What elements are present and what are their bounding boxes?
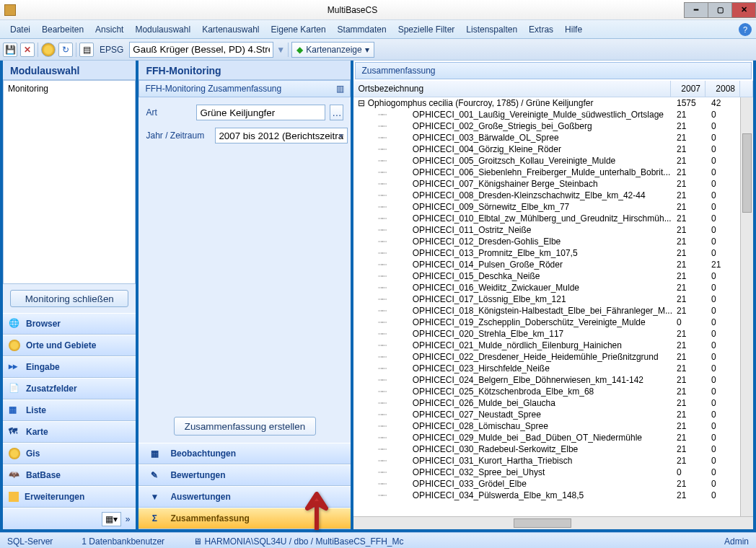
nav-browser[interactable]: 🌐Browser — [3, 313, 136, 335]
jahr-select[interactable] — [215, 128, 348, 143]
panel-menu-icon[interactable]: ▥ — [336, 84, 344, 94]
col-ortsbezeichnung[interactable]: Ortsbezeichnung — [353, 81, 671, 97]
table-row[interactable]: OPHICECI_029_Mulde_bei _Bad_Düben_OT_Nie… — [353, 432, 753, 443]
table-row[interactable]: OPHICECI_021_Mulde_nördlich_Eilenburg_Ha… — [353, 340, 753, 351]
menu-ansicht[interactable]: Ansicht — [89, 22, 129, 37]
table-row[interactable]: OPHICECI_009_Sörnewitz_Elbe_km_77210 — [353, 201, 753, 213]
table-row[interactable]: OPHICECI_019_Zschepplin_Doberschütz_Vere… — [353, 317, 753, 328]
menu-kartenauswahl[interactable]: Kartenauswahl — [196, 22, 265, 37]
close-monitoring-button[interactable]: Monitoring schließen — [10, 290, 128, 307]
tab-beobachtungen[interactable]: ▦Beobachtungen — [139, 443, 351, 464]
nav-eingabe[interactable]: ▸▸Eingabe — [3, 356, 136, 378]
table-row[interactable]: OPHICECI_017_Lössnig_Elbe_km_121210 — [353, 293, 753, 305]
ext-icon — [9, 492, 19, 502]
table-row[interactable]: OPHICECI_006_Siebenlehn_Freiberger_Mulde… — [353, 167, 753, 178]
projection-select[interactable] — [129, 42, 273, 58]
funnel-icon: ▼ — [149, 492, 160, 502]
table-row[interactable]: OPHICECI_020_Strehla_Elbe_km_117210 — [353, 328, 753, 340]
save-icon[interactable]: 💾 — [3, 43, 17, 57]
status-conn: 🖥 HARMONIA\SQL34U / dbo / MultiBaseCS_FF… — [193, 536, 403, 547]
nav-zusatzfelder[interactable]: 📄Zusatzfelder — [3, 378, 136, 399]
table-row[interactable]: OPHICECI_026_Mulde_bei_Glaucha210 — [353, 397, 753, 409]
nav-orte[interactable]: Orte und Gebiete — [3, 335, 136, 356]
table-row[interactable]: OPHICECI_028_Lömischau_Spree210 — [353, 420, 753, 432]
table-row[interactable]: OPHICECI_031_Kurort_Hartha_Triebisch210 — [353, 455, 753, 467]
menu-extras[interactable]: Extras — [523, 22, 559, 37]
sigma-icon: Σ — [149, 513, 160, 523]
epsg-label: EPSG — [97, 45, 126, 55]
menu-listenspalten[interactable]: Listenspalten — [460, 22, 523, 37]
table-row[interactable]: OPHICECI_024_Belgern_Elbe_Döhnerwiesen_k… — [353, 374, 753, 386]
art-label: Art — [146, 107, 192, 118]
col-2007[interactable]: 2007 — [671, 81, 706, 97]
table-row[interactable]: OPHICECI_005_Groitzsch_Kollau_Vereinigte… — [353, 155, 753, 167]
table-row[interactable]: OPHICECI_011_Ostritz_Neiße210 — [353, 224, 753, 236]
bat-icon: 🦇 — [9, 469, 20, 481]
table-row[interactable]: OPHICECI_002_Große_Striegis_bei_Goßberg2… — [353, 120, 753, 132]
col-scroll-spacer — [740, 81, 753, 97]
table-row[interactable]: OPHICECI_033_Grödel_Elbe210 — [353, 478, 753, 490]
table-row[interactable]: OPHICECI_022_Dresdener_Heide_Heidemühle_… — [353, 351, 753, 363]
create-summary-button[interactable]: Zusammenfassung erstellen — [174, 417, 316, 436]
nav-karte[interactable]: 🗺Karte — [3, 421, 136, 443]
table-row[interactable]: OPHICECI_010_Elbtal_zw_Mühlberg_und_Greu… — [353, 213, 753, 224]
table-row[interactable]: OPHICECI_015_Deschka_Neiße210 — [353, 270, 753, 282]
menu-stammdaten[interactable]: Stammdaten — [332, 22, 392, 37]
list-icon: ▦ — [9, 405, 20, 416]
expand-icon[interactable]: » — [126, 514, 131, 524]
minimize-button[interactable] — [684, 2, 708, 18]
refresh-icon[interactable]: ↻ — [58, 43, 73, 57]
horizontal-scrollbar[interactable] — [353, 516, 753, 529]
layer-icon[interactable]: ▤ — [79, 43, 94, 57]
menu-bearbeiten[interactable]: Bearbeiten — [36, 22, 89, 37]
tab-zusammenfassung[interactable]: ΣZusammenfassung — [139, 508, 351, 529]
ffh-title: FFH-Monitoring — [139, 61, 351, 80]
tab-bewertungen[interactable]: ✎Bewertungen — [139, 464, 351, 486]
table-row[interactable]: OPHICECI_032_Spree_bei_Uhyst00 — [353, 467, 753, 478]
nav-batbase[interactable]: 🦇BatBase — [3, 464, 136, 486]
delete-icon[interactable]: ✕ — [20, 43, 35, 57]
tree-node-monitoring[interactable]: Monitoring — [5, 82, 133, 95]
close-button[interactable] — [731, 2, 756, 18]
vertical-scrollbar[interactable] — [740, 97, 753, 516]
dropdown-icon[interactable]: ▼ — [276, 45, 285, 55]
table-row[interactable]: OPHICECI_018_Königstein-Halbestadt_Elbe_… — [353, 305, 753, 317]
grid-icon: ▦ — [149, 448, 160, 459]
table-row[interactable]: OPHICECI_008_Dresden-Kleinzschachwitz_El… — [353, 190, 753, 201]
globe-icon[interactable] — [41, 43, 56, 57]
grid-body[interactable]: ⊟ Ophiogomphus cecilia (Fourcroy, 1785) … — [353, 97, 753, 516]
chevron-down-icon[interactable]: ▾ — [339, 131, 343, 141]
menu-spezielle-filter[interactable]: Spezielle Filter — [392, 22, 461, 37]
menu-eigene-karten[interactable]: Eigene Karten — [265, 22, 332, 37]
nav-gis[interactable]: Gis — [3, 443, 136, 464]
table-row[interactable]: OPHICECI_030_Radebeul-Serkowitz_Elbe210 — [353, 443, 753, 455]
config-icon[interactable]: ▦▾ — [102, 512, 121, 526]
table-row[interactable]: OPHICECI_007_Königshainer Berge_Steinbac… — [353, 178, 753, 190]
table-row[interactable]: OPHICECI_013_Promnitz_Elbe_km_107,5210 — [353, 247, 753, 259]
art-lookup-button[interactable]: … — [330, 105, 343, 120]
table-row[interactable]: OPHICECI_001_Laußig_Vereinigte_Mulde_süd… — [353, 109, 753, 120]
table-row[interactable]: OPHICECI_025_Kötzschenbroda_Elbe_km_6821… — [353, 386, 753, 397]
nav-liste[interactable]: ▦Liste — [3, 399, 136, 421]
table-row[interactable]: OPHICECI_016_Weiditz_Zwickauer_Mulde210 — [353, 282, 753, 293]
map-display-dropdown[interactable]: ◆ Kartenanzeige ▾ — [291, 42, 374, 58]
status-server: SQL-Server — [7, 536, 53, 547]
col-2008[interactable]: 2008 — [706, 81, 740, 97]
menu-datei[interactable]: Datei — [4, 22, 36, 37]
table-row-parent[interactable]: ⊟ Ophiogomphus cecilia (Fourcroy, 1785) … — [353, 97, 753, 109]
table-row[interactable]: OPHICECI_027_Neustadt_Spree210 — [353, 409, 753, 420]
art-input[interactable] — [196, 105, 325, 120]
table-row[interactable]: OPHICECI_034_Pülswerda_Elbe_km_148,5210 — [353, 490, 753, 501]
table-row[interactable]: OPHICECI_023_Hirschfelde_Neiße210 — [353, 363, 753, 374]
module-tree[interactable]: Monitoring — [3, 80, 136, 284]
table-row[interactable]: OPHICECI_014_Pulsen_Große_Röder2121 — [353, 259, 753, 270]
table-row[interactable]: OPHICECI_004_Görzig_Kleine_Röder210 — [353, 143, 753, 155]
help-icon[interactable]: ? — [739, 23, 752, 36]
menu-modulauswahl[interactable]: Modulauswahl — [129, 22, 196, 37]
nav-erweiterungen[interactable]: Erweiterungen — [3, 486, 136, 508]
table-row[interactable]: OPHICECI_003_Bärwalde_OL_Spree210 — [353, 132, 753, 143]
table-row[interactable]: OPHICECI_012_Dresden-Gohlis_Elbe210 — [353, 236, 753, 247]
tab-auswertungen[interactable]: ▼Auswertungen — [139, 486, 351, 508]
menu-hilfe[interactable]: Hilfe — [559, 22, 588, 37]
maximize-button[interactable] — [708, 2, 732, 18]
